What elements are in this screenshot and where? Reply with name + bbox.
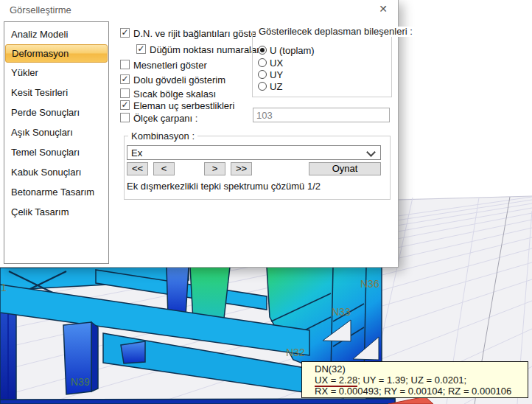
node-label-partial: 1 <box>1 282 7 293</box>
radio-uy-label: UY <box>270 70 283 80</box>
checkbox-node-numbers-label: Düğüm noktası numaraları <box>150 45 262 55</box>
radio-ux-label: UX <box>270 58 283 69</box>
sidebar-item-kabuk-sonuclari[interactable]: Kabuk Sonuçları <box>4 162 108 182</box>
close-icon[interactable]: ✕ <box>373 1 393 17</box>
radio-uz[interactable] <box>258 82 267 91</box>
sidebar-item-kesit-tesirleri[interactable]: Kesit Tesirleri <box>4 83 108 102</box>
previous-step-button[interactable]: < <box>153 162 175 175</box>
sidebar-item-deformasyon[interactable]: Deformasyon <box>5 44 108 63</box>
sidebar-item-betonarme-tasarim[interactable]: Betonarme Tasarım <box>4 182 108 202</box>
checkbox-hot-zone-label: Sıcak bölge skalası <box>133 89 216 100</box>
combination-selected-value: Ex <box>131 147 142 159</box>
category-list: Analiz Modeli Deformasyon Yükler Kesit T… <box>4 21 109 264</box>
node-label-n33: N33 <box>332 306 351 318</box>
combination-dropdown[interactable]: Ex <box>127 145 381 160</box>
sidebar-item-celik-tasarim[interactable]: Çelik Tasarım <box>4 202 108 222</box>
radio-u-total-label: U (toplam) <box>270 46 315 56</box>
radio-uy[interactable] <box>258 70 267 79</box>
checkbox-scale-factor[interactable] <box>120 113 130 122</box>
dialog-title: Görselleştirme <box>10 4 71 15</box>
next-step-button[interactable]: > <box>204 162 225 175</box>
node-label-n36: N36 <box>360 278 379 290</box>
combination-group-title: Kombinasyon : <box>128 131 197 142</box>
sidebar-item-analiz-modeli[interactable]: Analiz Modeli <box>4 24 108 44</box>
node-label-n39: N39 <box>71 376 90 388</box>
checkbox-dn-rijit[interactable]: ✓ <box>120 28 130 38</box>
first-step-button[interactable]: << <box>127 162 148 175</box>
checkbox-hot-zone[interactable] <box>120 88 130 98</box>
column-stub <box>121 341 145 363</box>
tooltip-node-id: DN(32) <box>315 363 523 375</box>
sidebar-item-perde-sonuclari[interactable]: Perde Sonuçları <box>4 102 108 122</box>
tooltip-displacements: ; UY = 1.39; UZ = 0.0201; <box>357 375 466 386</box>
beam-bottom-edge <box>0 399 395 404</box>
combination-status-text: Ek dışmerkezlikli tepki spektrumu çözümü… <box>127 181 321 192</box>
checkbox-solid-body[interactable]: ✓ <box>120 74 130 84</box>
sidebar-item-temel-sonuclari[interactable]: Temel Sonuçları <box>4 142 108 162</box>
tooltip-rotations: RX = 0.000493; RY = 0.00104; RZ = 0.0001… <box>315 386 523 397</box>
chevron-down-icon <box>366 147 376 157</box>
checkbox-node-numbers[interactable]: ✓ <box>136 44 146 54</box>
node-result-tooltip: DN(32) UX = 2.28; UY = 1.39; UZ = 0.0201… <box>301 361 528 398</box>
radio-uz-label: UZ <box>270 82 282 92</box>
radio-u-total[interactable] <box>258 46 267 55</box>
sidebar-item-yukler[interactable]: Yükler <box>4 63 108 83</box>
visualization-dialog: Görselleştirme ✕ Analiz Modeli Deformasy… <box>0 0 399 268</box>
checkbox-supports[interactable] <box>120 60 130 69</box>
sidebar-item-asik-sonuclari[interactable]: Aşık Sonuçları <box>4 122 108 142</box>
column-n39-side <box>91 322 98 391</box>
checkbox-dn-rijit-label: D.N. ve rijit bağlantıları göster <box>133 29 259 39</box>
radio-ux[interactable] <box>258 58 267 67</box>
checkbox-solid-body-label: Dolu gövdeli gösterim <box>133 75 225 86</box>
checkbox-scale-factor-label: Ölçek çarpanı : <box>133 114 197 124</box>
last-step-button[interactable]: >> <box>231 162 252 175</box>
checkbox-end-releases-label: Eleman uç serbestlikleri <box>133 101 234 111</box>
scale-factor-input[interactable] <box>253 108 390 122</box>
checkbox-supports-label: Mesnetleri göster <box>133 60 207 71</box>
node-label-n32: N32 <box>286 346 305 358</box>
checkbox-end-releases[interactable]: ✓ <box>120 100 130 110</box>
play-button[interactable]: Oynat <box>309 162 381 175</box>
displacement-group-title: Gösterilecek deplasman bileşenleri : <box>256 27 416 37</box>
